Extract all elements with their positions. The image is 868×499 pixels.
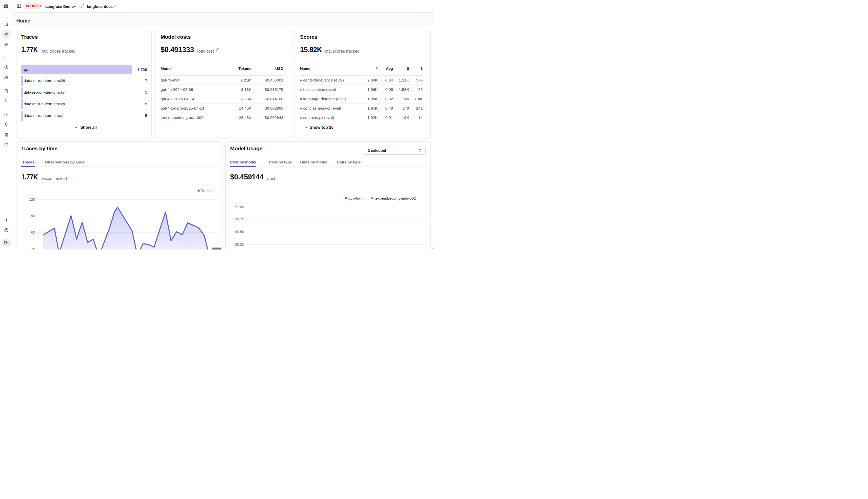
svg-text:90: 90 bbox=[31, 214, 35, 218]
svg-text:$0.25: $0.25 bbox=[235, 242, 244, 246]
svg-text:60: 60 bbox=[31, 230, 35, 234]
svg-text:$1.00: $1.00 bbox=[235, 205, 244, 209]
svg-text:30: 30 bbox=[31, 247, 35, 250]
svg-text:120: 120 bbox=[29, 197, 35, 202]
svg-text:$0.75: $0.75 bbox=[235, 217, 244, 221]
svg-text:$0.50: $0.50 bbox=[235, 230, 244, 234]
